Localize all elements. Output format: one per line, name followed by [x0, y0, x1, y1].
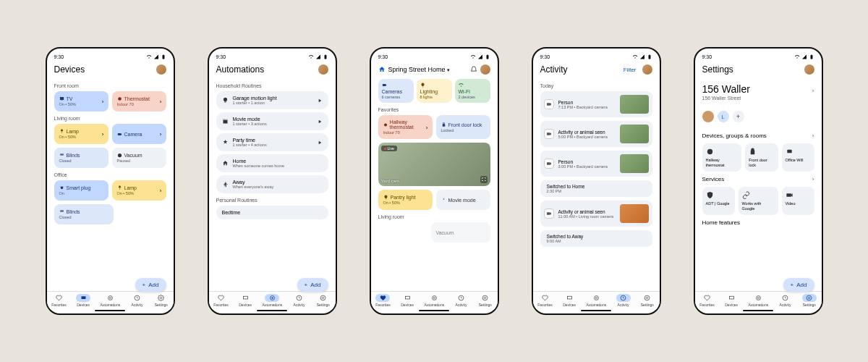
svg-point-5 [161, 297, 162, 298]
nav-automations[interactable]: Automations [262, 294, 282, 307]
movie-icon [222, 118, 229, 125]
tile-lamp-office[interactable]: LampOn • 50%› [112, 180, 166, 201]
home-features-row[interactable]: Home features [702, 215, 814, 230]
add-button[interactable]: +Add [135, 278, 166, 292]
tile-thermostat[interactable]: ThermostatIndoor 70› [112, 91, 166, 111]
nav-automations[interactable]: Automations [748, 294, 768, 307]
nav-favorites[interactable]: Favorites [375, 294, 391, 307]
nav-favorites[interactable]: Favorites [51, 294, 67, 307]
add-button[interactable]: +Add [297, 278, 328, 292]
device-front-door-lock[interactable]: Front door lock [745, 143, 778, 172]
svg-point-12 [384, 123, 387, 126]
service-works-with[interactable]: Works with Google [739, 187, 778, 215]
lamp-icon [59, 129, 64, 134]
activity-switched-home[interactable]: Switched to Home2:30 PM [540, 180, 652, 197]
filter-link[interactable]: Filter [624, 67, 637, 73]
home-address-row[interactable]: 156 Waller156 Waller Street› [702, 79, 814, 105]
routine-movie[interactable]: Movie mode1 starter • 3 actions [216, 112, 328, 130]
nav-activity[interactable]: Activity [130, 294, 145, 307]
expand-icon[interactable]: ⛶ [480, 176, 488, 183]
tile-blinds[interactable]: BlindsClosed [54, 148, 109, 168]
svg-point-7 [271, 297, 273, 298]
camera-preview[interactable]: Live Yard cam ⛶ [378, 143, 490, 186]
tile-movie-mode[interactable]: Movie mode [436, 190, 490, 210]
category-lighting[interactable]: Lighting8 lights [417, 79, 452, 103]
device-hallway-thermostat[interactable]: Hallway thermostat [702, 143, 742, 172]
routine-away[interactable]: AwayWhen everyone's away [216, 175, 328, 193]
nav-automations[interactable]: Automations [100, 294, 120, 307]
tile-vacuum-fav[interactable]: Vacuum [431, 222, 490, 243]
avatar[interactable] [804, 64, 814, 75]
routine-party[interactable]: Party time1 starter • 4 actions [216, 133, 328, 151]
nav-devices[interactable]: Devices [562, 294, 576, 307]
nav-activity[interactable]: Activity [292, 294, 307, 307]
routine-garage[interactable]: Garage motion light1 starter • 1 action [216, 91, 328, 109]
services-row[interactable]: Services› [702, 172, 814, 187]
nav-devices[interactable]: Devices [400, 294, 414, 307]
play-icon[interactable] [317, 98, 323, 104]
member-avatar-l[interactable]: L [718, 111, 729, 122]
avatar[interactable] [480, 64, 490, 75]
activity-thumbnail [620, 125, 649, 143]
tile-smart-plug[interactable]: Smart plugOn [54, 180, 109, 201]
nav-favorites[interactable]: Favorites [537, 294, 553, 307]
routine-home[interactable]: HomeWhen someone comes home [216, 154, 328, 172]
nav-settings[interactable]: Settings [640, 294, 655, 307]
automations-icon [107, 295, 114, 301]
nav-favorites[interactable]: Favorites [699, 294, 715, 307]
devices-groups-row[interactable]: Devices, groups & rooms› [702, 128, 814, 143]
nav-settings[interactable]: Settings [316, 294, 331, 307]
lock-icon [749, 148, 757, 156]
tile-pantry-light[interactable]: Pantry lightOn • 50% [378, 190, 433, 210]
svg-rect-19 [567, 296, 571, 299]
tile-blinds-office[interactable]: BlindsClosed [54, 204, 114, 224]
nav-settings[interactable]: Settings [154, 294, 169, 307]
nav-settings[interactable]: Settings [478, 294, 493, 307]
service-video[interactable]: Video [782, 187, 814, 215]
activity-switched-away[interactable]: Switched to Away9:00 AM [540, 230, 652, 247]
play-icon[interactable] [317, 140, 323, 146]
tile-front-door-lock[interactable]: Front door lockLocked [436, 115, 490, 139]
nav-automations[interactable]: Automations [424, 294, 444, 307]
routine-bedtime[interactable]: Bedtime [216, 206, 328, 219]
tile-camera[interactable]: Camera› [112, 124, 166, 144]
service-adt[interactable]: ADT | Google [702, 187, 735, 215]
nav-settings[interactable]: Settings [802, 294, 817, 307]
bell-icon[interactable] [470, 66, 477, 73]
nav-favorites[interactable]: Favorites [213, 294, 229, 307]
link-icon [742, 191, 750, 199]
svg-point-15 [432, 296, 436, 300]
add-member-button[interactable]: + [733, 111, 744, 122]
add-button[interactable]: +Add [783, 278, 814, 292]
avatar[interactable] [318, 64, 328, 75]
nav-activity[interactable]: Activity [454, 294, 469, 307]
nav-devices[interactable]: Devices [76, 294, 90, 307]
nav-activity[interactable]: Activity [778, 294, 793, 307]
vacuum-icon [117, 153, 122, 158]
activity-animal-1[interactable]: Activity or animal seen5:00 PM • Backyar… [540, 121, 652, 147]
nav-activity[interactable]: Activity [616, 294, 631, 307]
nav-devices[interactable]: Devices [238, 294, 252, 307]
nav-automations[interactable]: Automations [586, 294, 606, 307]
svg-point-17 [485, 297, 486, 298]
category-cameras[interactable]: Cameras6 cameras [378, 79, 414, 103]
chevron-right-icon: › [812, 132, 814, 139]
battery-icon [161, 54, 166, 59]
nav-devices[interactable]: Devices [724, 294, 739, 307]
activity-person-2[interactable]: Person3:00 PM • Backyard camera [540, 151, 652, 177]
avatar[interactable] [642, 64, 652, 75]
status-icons [146, 54, 166, 59]
activity-person-1[interactable]: Person7:13 PM • Backyard camera [540, 91, 652, 117]
activity-animal-2[interactable]: Activity or animal seen11:00 AM • Living… [540, 201, 652, 227]
home-selector[interactable]: Spring Street Home ▾ [388, 66, 467, 73]
category-wifi[interactable]: Wi-Fi2 devices [455, 79, 490, 103]
member-avatar[interactable] [702, 111, 714, 122]
play-icon[interactable] [317, 119, 323, 125]
tile-tv[interactable]: TVOn • 50%› [54, 91, 109, 111]
video-icon [786, 191, 793, 199]
tile-vacuum[interactable]: VacuumPaused [112, 148, 166, 168]
tile-hallway-thermostat[interactable]: Hallway thermostatIndoor 70› [378, 115, 433, 139]
device-office-wifi[interactable]: Office Wifi [782, 143, 814, 172]
tile-lamp[interactable]: LampOn • 50%› [54, 124, 109, 144]
avatar[interactable] [156, 64, 166, 75]
